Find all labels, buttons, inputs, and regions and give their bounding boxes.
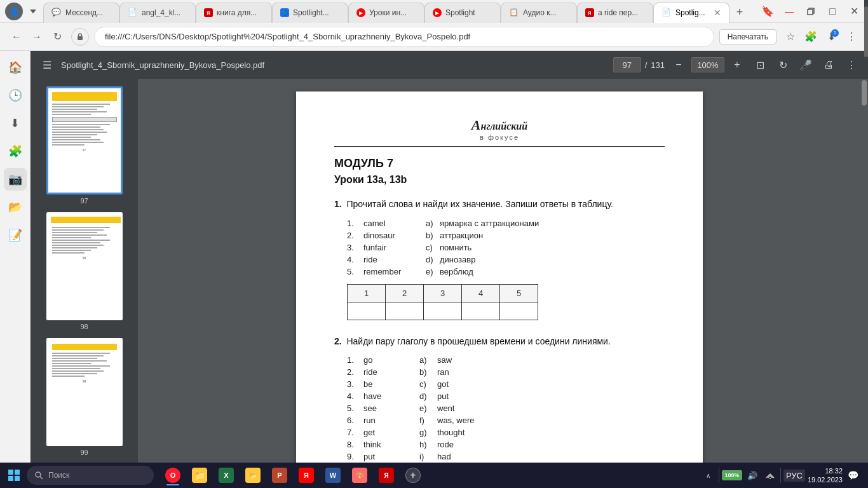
ex1-en-5: remember — [363, 267, 421, 276]
language-button[interactable]: РУС — [783, 470, 805, 482]
thumb-num-99: 99 — [80, 449, 88, 456]
pdf-page-area[interactable]: Английский в фокусе МОДУЛЬ 7 Уроки 13а, … — [139, 79, 860, 463]
sidebar-newtab-icon[interactable]: 🏠 — [4, 56, 27, 79]
tab-angl4[interactable]: 📄 angl_4_kl... — [119, 3, 196, 23]
page-header: Английский в фокусе — [334, 117, 665, 147]
zoom-controls: − + — [670, 56, 746, 74]
taskbar-opera[interactable]: O — [160, 464, 186, 487]
taskbar-add[interactable]: + — [400, 464, 426, 487]
profile-dropdown[interactable] — [25, 4, 41, 19]
taskbar-filemanager[interactable]: 📂 — [240, 464, 266, 487]
tab-favicon-angl4: 📄 — [128, 8, 138, 18]
tab-spotlight2[interactable]: ▶ Spotlight — [424, 3, 501, 23]
minimize-indicator[interactable]: — — [780, 3, 798, 20]
new-tab-button[interactable]: + — [729, 3, 750, 23]
sidebar-notes-icon[interactable]: 📝 — [4, 224, 27, 247]
svg-rect-3 — [8, 470, 13, 475]
sidebar-extensions-icon[interactable]: 🧩 — [4, 140, 27, 163]
taskbar-word[interactable]: W — [320, 464, 346, 487]
lesson-title: Уроки 13а, 13b — [334, 174, 665, 186]
tab-messenger[interactable]: 💬 Мессенд... — [43, 3, 119, 23]
page-input[interactable] — [613, 57, 641, 72]
extensions-icon[interactable]: 🧩 — [802, 28, 820, 46]
tab-audio[interactable]: 📋 Аудио к... — [501, 3, 577, 23]
thumbnail-99[interactable]: 99 99 — [46, 338, 123, 456]
reload-button[interactable]: ↻ — [48, 28, 66, 46]
main-scrollbar[interactable] — [860, 79, 868, 463]
mic-btn[interactable]: 🎤 — [797, 56, 815, 74]
more-pdf-btn[interactable]: ⋮ — [843, 56, 860, 74]
tray-datetime[interactable]: 18:32 19.02.2023 — [808, 466, 843, 485]
ex1-answer-3[interactable] — [424, 302, 462, 320]
sidebar-camera-icon[interactable]: 📷 — [4, 168, 27, 191]
tab-spotlight1[interactable]: 🔵 Spotlight... — [272, 3, 348, 23]
pdf-menu-btn[interactable]: ☰ — [38, 56, 56, 74]
svg-rect-5 — [8, 476, 13, 481]
forward-button[interactable]: → — [28, 28, 46, 46]
svg-line-8 — [40, 477, 43, 479]
back-button[interactable]: ← — [8, 28, 25, 46]
taskbar-search[interactable]: Поиск — [27, 466, 154, 485]
ex1-ru-4: динозавр — [440, 255, 475, 264]
download-icon[interactable]: ⬇ 1 — [822, 28, 840, 46]
network-icon[interactable] — [763, 468, 778, 483]
thumbnail-page-98: 98 — [46, 212, 123, 320]
pdf-pages: / 131 — [613, 57, 665, 72]
svg-marker-0 — [30, 10, 36, 13]
ex2-item-5: 5. see e) went — [347, 403, 665, 413]
start-button[interactable] — [3, 464, 25, 487]
fit-page-btn[interactable]: ⊡ — [751, 56, 769, 74]
zoom-in-btn[interactable]: + — [728, 56, 746, 74]
taskbar-explorer[interactable]: 📁 — [187, 464, 212, 487]
lock-icon[interactable] — [71, 28, 89, 46]
close-window-button[interactable]: ✕ — [845, 3, 863, 20]
tab-close-button[interactable]: ✕ — [714, 8, 721, 18]
rotate-btn[interactable]: ↻ — [774, 56, 792, 74]
sidebar-downloads-icon[interactable]: ⬇ — [4, 112, 27, 135]
taskbar-ya2[interactable]: Я — [374, 464, 399, 487]
ex1-ru-5: верблюд — [440, 267, 473, 276]
menu-icon[interactable]: ⋮ — [843, 28, 860, 46]
zoom-out-btn[interactable]: − — [670, 56, 688, 74]
ex1-sep-1: а) — [426, 219, 435, 228]
tab-kniga[interactable]: я книга для... — [196, 3, 272, 23]
ex1-ru-2: аттракцион — [440, 231, 483, 240]
print-button[interactable]: Напечатать — [719, 29, 776, 44]
ex1-answer-1[interactable] — [348, 302, 386, 320]
ex1-item-3: 3. funfair c) помнить — [347, 243, 665, 252]
tab-uroki[interactable]: ▶ Уроки ин... — [348, 3, 424, 23]
thumbnail-page-99: 99 — [46, 338, 123, 446]
tab-ride[interactable]: я a ride пер... — [577, 3, 653, 23]
taskbar-powerpoint[interactable]: P — [267, 464, 292, 487]
bookmark-star-icon[interactable]: ☆ — [782, 28, 799, 46]
nav-controls: ← → ↻ — [8, 28, 66, 46]
profile-icon[interactable]: 👤 — [5, 3, 23, 20]
taskbar-tray: ∧ 100% 🔊 РУС 18:32 19.02.2023 💬 — [696, 464, 865, 487]
thumbnail-97[interactable]: 97 97 — [46, 86, 123, 205]
ex2-item-9: 9. put i) had — [347, 452, 665, 461]
bookmark-icon[interactable]: 🔖 — [759, 3, 776, 20]
taskbar-excel[interactable]: X — [214, 464, 239, 487]
pdf-thumbnails[interactable]: 97 97 — [31, 79, 139, 463]
taskbar-apps: O 📁 X 📂 P Я — [155, 464, 695, 487]
taskbar-yandex[interactable]: Я — [294, 464, 319, 487]
tray-expand[interactable]: ∧ — [701, 468, 716, 483]
tab-label-angl4: angl_4_kl... — [142, 8, 187, 17]
battery-icon: 100% — [722, 470, 742, 480]
thumbnail-98[interactable]: 98 98 — [46, 212, 123, 330]
ex1-answer-4[interactable] — [462, 302, 500, 320]
address-input[interactable] — [94, 27, 714, 47]
restore-button[interactable] — [802, 3, 820, 20]
maximize-button[interactable]: □ — [824, 3, 841, 20]
taskbar-paint[interactable]: 🎨 — [347, 464, 372, 487]
notification-button[interactable]: 💬 — [845, 464, 860, 487]
ex1-answer-2[interactable] — [386, 302, 424, 320]
volume-icon[interactable]: 🔊 — [745, 468, 760, 483]
tab-label-kniga: книга для... — [217, 8, 264, 17]
print-pdf-btn[interactable]: 🖨 — [820, 56, 837, 74]
zoom-input[interactable] — [691, 57, 724, 72]
sidebar-collections-icon[interactable]: 📂 — [4, 196, 27, 219]
ex1-answer-5[interactable] — [500, 302, 538, 320]
sidebar-history-icon[interactable]: 🕒 — [4, 84, 27, 107]
tab-spotlight-active[interactable]: 📄 Spotlig... ✕ — [653, 3, 729, 23]
